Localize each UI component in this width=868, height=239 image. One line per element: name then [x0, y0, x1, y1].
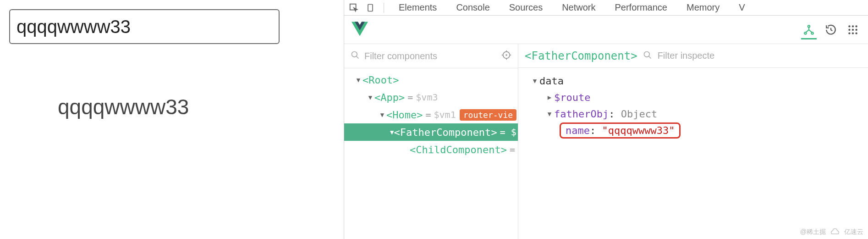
watermark: @稀土掘 亿速云 — [800, 228, 863, 236]
highlighted-value: name: "qqqqwwww33" — [560, 122, 681, 139]
tab-memory[interactable]: Memory — [678, 2, 728, 13]
vm-ref: $vm3 — [416, 92, 438, 103]
svg-line-16 — [357, 56, 359, 59]
node-label: Root — [368, 74, 393, 86]
svg-point-9 — [848, 28, 850, 30]
tab-console[interactable]: Console — [448, 2, 498, 13]
data-section[interactable]: ▼ data — [525, 72, 862, 89]
svg-point-3 — [808, 25, 810, 27]
svg-point-5 — [811, 32, 813, 34]
tab-sources[interactable]: Sources — [501, 2, 551, 13]
tree-node-app[interactable]: ▼ <App> =$vm3 — [344, 89, 518, 106]
search-icon — [351, 50, 360, 61]
svg-point-12 — [848, 32, 850, 34]
vue-panel-body: ▼ <Root> ▼ <App> =$vm3 ▼ <Home> =$vm1 ro… — [344, 44, 868, 239]
tree-node-child[interactable]: <ChildComponent> = — [344, 141, 518, 158]
tab-vue-cut[interactable]: V — [731, 2, 753, 13]
search-icon — [643, 50, 652, 61]
component-search-row — [344, 44, 518, 68]
chevron-down-icon[interactable]: ▼ — [545, 110, 554, 117]
inspected-component-name: <FatherComponent> — [525, 50, 637, 62]
devtools-panel: Elements Console Sources Network Perform… — [344, 0, 868, 239]
app-pane: qqqqwwww33 — [0, 0, 344, 239]
router-view-badge: router-vie — [460, 109, 516, 121]
data-key: $route — [554, 92, 590, 103]
data-key: name — [566, 125, 590, 136]
svg-point-13 — [852, 32, 854, 34]
svg-point-6 — [848, 25, 850, 27]
node-label: Home — [392, 109, 417, 121]
tree-node-root[interactable]: ▼ <Root> — [344, 71, 518, 89]
vue-devtools-header — [344, 16, 868, 44]
svg-line-24 — [648, 56, 651, 58]
chevron-down-icon[interactable]: ▼ — [354, 76, 363, 83]
device-icon[interactable] — [363, 1, 377, 15]
target-icon[interactable] — [501, 50, 511, 62]
data-type: Object — [621, 108, 657, 120]
inspector-filter-input[interactable] — [658, 50, 862, 61]
chevron-down-icon[interactable]: ▼ — [390, 128, 394, 136]
node-label: App — [380, 92, 399, 103]
chevron-down-icon[interactable]: ▼ — [378, 111, 386, 118]
components-tab-icon[interactable] — [801, 24, 817, 39]
component-tree-pane: ▼ <Root> ▼ <App> =$vm3 ▼ <Home> =$vm1 ro… — [344, 44, 518, 239]
more-tab-icon[interactable] — [845, 22, 861, 38]
component-tree: ▼ <Root> ▼ <App> =$vm3 ▼ <Home> =$vm1 ro… — [344, 68, 518, 158]
svg-point-8 — [855, 25, 857, 27]
svg-point-4 — [804, 32, 806, 34]
svg-point-7 — [852, 25, 854, 27]
chevron-right-icon[interactable]: ▶ — [545, 94, 554, 101]
svg-point-23 — [644, 51, 649, 57]
data-fatherobj[interactable]: ▼ fatherObj: Object — [525, 106, 862, 122]
devtools-tabs: Elements Console Sources Network Perform… — [344, 0, 868, 16]
svg-rect-1 — [368, 4, 373, 11]
tab-network[interactable]: Network — [554, 2, 604, 13]
data-key: fatherObj — [554, 108, 609, 120]
app-display-text: qqqqwwww33 — [58, 94, 335, 119]
timeline-tab-icon[interactable] — [823, 22, 839, 38]
svg-point-15 — [352, 52, 357, 57]
svg-point-10 — [852, 28, 854, 30]
inspect-icon[interactable] — [347, 1, 361, 15]
inspector-pane: <FatherComponent> ▼ data ▶ $route — [518, 44, 868, 239]
data-value: "qqqqwwww33" — [602, 125, 675, 136]
tree-node-father-selected[interactable]: ▼ <FatherComponent> = $ — [344, 123, 518, 141]
data-name-row[interactable]: name: "qqqqwwww33" — [525, 122, 862, 139]
tab-elements[interactable]: Elements — [390, 2, 445, 13]
cloud-icon — [830, 228, 840, 236]
chevron-down-icon[interactable]: ▼ — [366, 94, 374, 101]
watermark-right: 亿速云 — [844, 228, 863, 236]
app-text-input[interactable] — [9, 9, 280, 44]
node-label: ChildComponent — [416, 144, 500, 156]
section-label: data — [539, 75, 564, 87]
vue-logo-icon — [352, 22, 368, 38]
inspector-header: <FatherComponent> — [518, 44, 868, 68]
data-route[interactable]: ▶ $route — [525, 89, 862, 106]
tree-node-home[interactable]: ▼ <Home> =$vm1 router-vie — [344, 106, 518, 123]
svg-point-11 — [855, 28, 857, 30]
inspector-data: ▼ data ▶ $route ▼ fatherObj: Object name… — [518, 68, 868, 143]
component-filter-input[interactable] — [364, 51, 497, 61]
tab-performance[interactable]: Performance — [607, 2, 676, 13]
tabs-separator — [384, 3, 384, 13]
vm-ref: $vm1 — [434, 109, 456, 120]
svg-point-18 — [506, 55, 507, 56]
chevron-down-icon[interactable]: ▼ — [530, 77, 539, 84]
watermark-left: @稀土掘 — [800, 228, 826, 236]
node-label: FatherComponent — [400, 127, 491, 138]
svg-point-14 — [855, 32, 857, 34]
vm-ref: = $ — [500, 127, 516, 138]
vm-ref: = — [510, 144, 515, 155]
